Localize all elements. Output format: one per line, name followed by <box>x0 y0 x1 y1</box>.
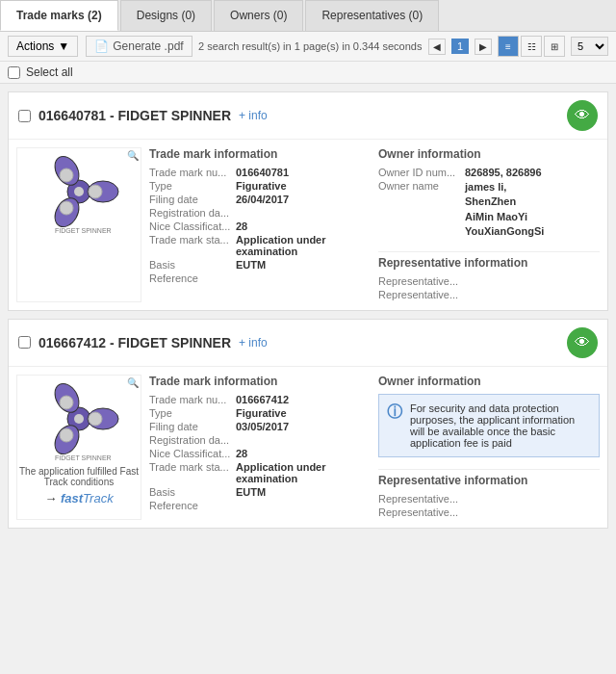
card-2-fast-track-caption: The application fulfilled Fast Track con… <box>17 462 141 491</box>
tab-representatives[interactable]: Representatives (0) <box>305 0 439 31</box>
value: EUTM <box>236 259 266 271</box>
toolbar-right: ◀ 1 ▶ ≡ ☷ ⊞ 5 10 20 <box>428 36 608 57</box>
tab-bar: Trade marks (2) Designs (0) Owners (0) R… <box>0 0 616 32</box>
card-1-rep-row-0: Representative... <box>378 275 600 287</box>
card-2-checkbox[interactable] <box>18 336 31 349</box>
fast-track-arrow: → <box>44 491 57 506</box>
label: Nice Classificat... <box>149 448 236 459</box>
actions-button[interactable]: Actions ▼ <box>8 36 78 57</box>
card-1-header: 016640781 - FIDGET SPINNER + info 👁 <box>9 92 607 140</box>
tab-trademarks[interactable]: Trade marks (2) <box>0 0 118 31</box>
card-1-tm-title: Trade mark information <box>149 147 371 161</box>
toolbar: Actions ▼ 📄 Generate .pdf 2 search resul… <box>0 32 616 62</box>
value: 016640781 <box>236 167 289 178</box>
card-2-header: 016667412 - FIDGET SPINNER + info 👁 <box>9 320 607 367</box>
nav-prev[interactable]: ◀ <box>428 39 446 55</box>
result-card-1: 016640781 - FIDGET SPINNER + info 👁 🔍 <box>8 91 608 311</box>
card-2-number: 016667412 <box>38 335 106 350</box>
results-info: 2 search result(s) in 1 page(s) in 0.344… <box>192 40 428 52</box>
label: Type <box>149 180 236 192</box>
tab-designs[interactable]: Designs (0) <box>120 0 212 31</box>
card-1-image: 🔍 FIDGET SPINNER <box>16 147 141 302</box>
view-grid-icon[interactable]: ⊞ <box>544 36 565 57</box>
card-1-owner-row-0: Owner ID num... 826895, 826896 <box>378 167 600 178</box>
label: Filing date <box>149 421 236 432</box>
tab-owners[interactable]: Owners (0) <box>214 0 303 31</box>
card-2-tm-row-6: Basis EUTM <box>149 486 371 498</box>
zoom-icon-2[interactable]: 🔍 <box>127 377 139 388</box>
card-1-tm-info: Trade mark information Trade mark nu... … <box>149 147 371 302</box>
value: Application under examination <box>236 234 371 257</box>
card-1-info-link[interactable]: + info <box>239 109 268 122</box>
card-2-info-link[interactable]: + info <box>239 336 268 350</box>
svg-point-12 <box>60 396 73 409</box>
card-1-tm-row-1: Type Figurative <box>149 180 371 192</box>
label: Trade mark sta... <box>149 234 236 246</box>
security-notice-box: ⓘ For security and data protection purpo… <box>378 394 600 457</box>
card-1-rep-section: Representative information Representativ… <box>378 256 600 300</box>
card-1-tm-row-5: Trade mark sta... Application under exam… <box>149 234 371 257</box>
card-2-tm-row-4: Nice Classificat... 28 <box>149 448 371 459</box>
card-1-tm-row-0: Trade mark nu... 016640781 <box>149 167 371 178</box>
card-2-tm-row-5: Trade mark sta... Application under exam… <box>149 461 371 484</box>
value: 28 <box>236 448 247 459</box>
chevron-icon: ▼ <box>58 39 69 53</box>
svg-text:FIDGET SPINNER: FIDGET SPINNER <box>55 454 112 461</box>
label: Representative... <box>378 289 465 300</box>
card-1-tm-row-6: Basis EUTM <box>149 259 371 271</box>
svg-point-16 <box>60 428 73 442</box>
label: Registration da... <box>149 434 236 446</box>
card-1-tm-row-4: Nice Classificat... 28 <box>149 220 371 232</box>
label: Representative... <box>378 493 465 505</box>
card-2-separator: - <box>110 335 118 350</box>
label: Nice Classificat... <box>149 220 236 232</box>
view-list-icon[interactable]: ≡ <box>498 36 519 57</box>
toolbar-left: Actions ▼ 📄 Generate .pdf <box>8 36 192 57</box>
label: Owner ID num... <box>378 167 465 178</box>
label: Trade mark nu... <box>149 394 236 405</box>
zoom-icon-1[interactable]: 🔍 <box>127 150 139 161</box>
card-1-owner-rep: Owner information Owner ID num... 826895… <box>378 147 600 302</box>
generate-label: Generate .pdf <box>113 39 183 53</box>
select-all-label: Select all <box>26 65 73 79</box>
svg-point-1 <box>74 187 84 196</box>
generate-pdf-button[interactable]: 📄 Generate .pdf <box>86 36 192 57</box>
per-page-dropdown[interactable]: 5 10 20 <box>571 37 608 56</box>
label: Basis <box>149 486 236 498</box>
svg-point-7 <box>60 201 73 215</box>
card-1-body: 🔍 FIDGET SPINNER Trade mark information … <box>9 140 607 310</box>
card-2-status-icon: 👁 <box>567 327 598 358</box>
result-card-2: 016667412 - FIDGET SPINNER + info 👁 🔍 <box>8 319 608 529</box>
fast-track-logo: → fastTrack <box>44 491 113 509</box>
value: EUTM <box>236 486 266 498</box>
value: 26/04/2017 <box>236 194 289 205</box>
card-1-separator: - <box>110 108 118 123</box>
value: 03/05/2017 <box>236 421 289 432</box>
card-2-tm-title: Trade mark information <box>149 375 371 388</box>
card-2-title: 016667412 - FIDGET SPINNER <box>38 335 231 350</box>
card-1-tm-row-3: Registration da... <box>149 207 371 219</box>
card-2-image: 🔍 FIDGET SPINNER The application fulfill… <box>16 375 141 520</box>
label: Representative... <box>378 275 465 287</box>
card-1-tm-row-7: Reference <box>149 272 371 284</box>
label: Basis <box>149 259 236 271</box>
label: Filing date <box>149 194 236 205</box>
view-detail-icon[interactable]: ☷ <box>521 36 542 57</box>
nav-next[interactable]: ▶ <box>475 39 492 55</box>
divider-2 <box>378 469 600 470</box>
label: Reference <box>149 272 236 284</box>
select-all-checkbox[interactable] <box>8 66 20 79</box>
page-number: 1 <box>451 39 469 54</box>
value: 016667412 <box>236 394 289 405</box>
card-1-title: 016640781 - FIDGET SPINNER <box>38 108 231 123</box>
select-all-row: Select all <box>0 62 616 84</box>
card-2-tm-row-7: Reference <box>149 500 371 511</box>
actions-label: Actions <box>16 39 54 53</box>
svg-point-3 <box>60 168 73 182</box>
card-1-tm-row-2: Filing date 26/04/2017 <box>149 194 371 205</box>
card-1-checkbox[interactable] <box>18 110 31 122</box>
pdf-icon: 📄 <box>94 39 109 53</box>
card-2-owner-section: Owner information ⓘ For security and dat… <box>378 375 600 457</box>
card-2-rep-section: Representative information Representativ… <box>378 474 600 518</box>
card-2-tm-row-2: Filing date 03/05/2017 <box>149 421 371 432</box>
